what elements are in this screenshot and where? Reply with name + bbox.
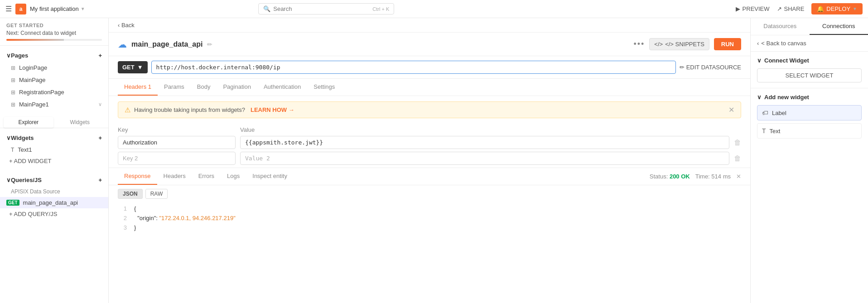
connect-widget-section: ∨ Connect Widget SELECT WIDGET xyxy=(751,52,868,88)
code-line-3: 3 } xyxy=(118,223,741,233)
back-bar: ‹ Back xyxy=(109,18,750,33)
time-label: Time: 514 ms xyxy=(695,173,731,180)
search-input[interactable] xyxy=(273,5,370,12)
share-button[interactable]: ↗ SHARE xyxy=(777,5,805,12)
line-num-1: 1 xyxy=(118,204,127,214)
add-widget-section: ∨ Add new widget 🏷 Label T Text xyxy=(751,88,868,147)
run-button[interactable]: RUN xyxy=(714,38,741,50)
queries-add-icon[interactable]: + xyxy=(98,177,102,183)
edit-datasource-button[interactable]: ✏ EDIT DATASOURCE xyxy=(680,64,741,71)
format-raw[interactable]: RAW xyxy=(145,189,168,199)
tab-authentication[interactable]: Authentication xyxy=(257,79,307,96)
value-input-2[interactable] xyxy=(240,152,729,165)
add-widget-header: ∨ Add new widget xyxy=(757,94,862,101)
widgets-add-icon[interactable]: + xyxy=(98,135,102,141)
more-options-button[interactable]: ••• xyxy=(633,39,645,49)
delete-row-2-button[interactable]: 🗑 xyxy=(734,154,741,163)
code-open-brace: { xyxy=(134,204,136,214)
header-row-1: 🗑 xyxy=(118,136,741,149)
add-query-button[interactable]: + ADD QUERY/JS xyxy=(0,208,108,220)
snippets-button[interactable]: </> </> SNIPPETS xyxy=(649,38,709,50)
delete-row-1-button[interactable]: 🗑 xyxy=(734,139,741,147)
sidebar-item-mainpage1[interactable]: ⊞ MainPage1 ∨ xyxy=(0,98,108,111)
datasource-label: APISIX Data Source xyxy=(0,186,108,197)
page-icon: ⊞ xyxy=(11,89,15,96)
format-json[interactable]: JSON xyxy=(118,189,143,199)
sidebar-item-loginpage[interactable]: ⊞ LoginPage xyxy=(0,62,108,74)
code-line-1: 1 { xyxy=(118,204,741,214)
widget-text-item[interactable]: T Text xyxy=(757,123,862,139)
tab-response-headers[interactable]: Headers xyxy=(157,168,192,185)
tab-response[interactable]: Response xyxy=(118,168,157,185)
learn-how-link[interactable]: LEARN HOW → xyxy=(251,106,294,113)
value-column-header: Value xyxy=(240,126,255,133)
select-widget-button[interactable]: SELECT WIDGET xyxy=(757,68,862,82)
status-label: Status: 200 OK xyxy=(650,173,690,180)
tab-inspect-entity[interactable]: Inspect entity xyxy=(246,168,294,185)
response-area: Response Headers Errors Logs Inspect ent… xyxy=(109,168,750,237)
deploy-button[interactable]: 🔔 DEPLOY ▼ xyxy=(811,3,863,14)
tab-logs[interactable]: Logs xyxy=(221,168,246,185)
key-input-2[interactable] xyxy=(118,152,236,165)
time-value: 514 ms xyxy=(711,173,731,180)
pages-header[interactable]: ∨ Pages + xyxy=(0,49,108,62)
back-button[interactable]: ‹ Back xyxy=(118,22,135,29)
main-layout: GET STARTED Next: Connect data to widget… xyxy=(0,18,868,303)
app-name-chevron[interactable]: ▼ xyxy=(81,6,85,11)
method-dropdown[interactable]: GET ▼ xyxy=(118,61,148,73)
queries-chevron: ∨ xyxy=(6,177,11,183)
key-input-1[interactable] xyxy=(118,136,236,149)
status-value: 200 OK xyxy=(670,173,690,180)
preview-button[interactable]: ▶ PREVIEW xyxy=(736,5,770,12)
widgets-header[interactable]: ∨ Widgets + xyxy=(0,132,108,144)
app-logo: a xyxy=(15,4,26,14)
tab-params[interactable]: Params xyxy=(158,79,191,96)
top-nav: ☰ a My first application ▼ 🔍 Ctrl + K ▶ … xyxy=(0,0,868,18)
sidebar-item-mainpage[interactable]: ⊞ MainPage xyxy=(0,74,108,86)
tab-pagination[interactable]: Pagination xyxy=(217,79,257,96)
pages-add-icon[interactable]: + xyxy=(98,52,102,59)
close-warning-button[interactable]: ✕ xyxy=(728,106,734,114)
deploy-icon: 🔔 xyxy=(817,5,824,12)
preview-icon: ▶ xyxy=(736,5,740,12)
right-sidebar-tabs: Datasources Connections xyxy=(751,18,868,35)
search-shortcut: Ctrl + K xyxy=(372,6,389,12)
connect-widget-chevron: ∨ xyxy=(757,57,762,64)
tab-body[interactable]: Body xyxy=(191,79,217,96)
text-widget-icon: T xyxy=(11,147,14,153)
hamburger-icon[interactable]: ☰ xyxy=(5,5,12,13)
code-origin-value: "172.24.0.1, 94.246.217.219" xyxy=(159,215,235,221)
tab-connections[interactable]: Connections xyxy=(810,18,868,35)
right-sidebar: Datasources Connections ‹ < Back to canv… xyxy=(750,18,868,303)
widget-text1[interactable]: T Text1 xyxy=(0,144,108,155)
search-bar[interactable]: 🔍 Ctrl + K xyxy=(258,3,394,14)
query-area: ‹ Back ☁ main_page_data_api ✏ ••• </> </… xyxy=(109,18,750,303)
value-input-1[interactable] xyxy=(240,136,729,149)
tab-settings[interactable]: Settings xyxy=(307,79,341,96)
get-badge: GET xyxy=(6,200,19,206)
queries-header[interactable]: ∨ Queries/JS + xyxy=(0,174,108,186)
header-row-2: 🗑 xyxy=(118,152,741,165)
tab-headers[interactable]: Headers 1 xyxy=(118,79,158,96)
progress-bar xyxy=(6,39,102,41)
tab-explorer[interactable]: Explorer xyxy=(4,117,53,128)
get-started-section: GET STARTED Next: Connect data to widget xyxy=(0,18,108,46)
tab-errors[interactable]: Errors xyxy=(192,168,221,185)
top-nav-left: ☰ a My first application ▼ xyxy=(5,4,85,14)
edit-name-icon[interactable]: ✏ xyxy=(207,41,212,48)
sidebar-item-registrationpage[interactable]: ⊞ RegistrationPage xyxy=(0,86,108,98)
response-tabs: Response Headers Errors Logs Inspect ent… xyxy=(118,168,294,185)
top-nav-right: ▶ PREVIEW ↗ SHARE 🔔 DEPLOY ▼ xyxy=(736,3,863,14)
line-num-2: 2 xyxy=(118,214,127,223)
tab-datasources[interactable]: Datasources xyxy=(751,18,810,35)
center-content: ‹ Back ☁ main_page_data_api ✏ ••• </> </… xyxy=(109,18,750,303)
back-arrow-icon: ‹ xyxy=(757,40,759,47)
widget-label-item[interactable]: 🏷 Label xyxy=(757,105,862,120)
url-input[interactable] xyxy=(151,61,676,74)
add-widget-button[interactable]: + ADD WIDGET xyxy=(0,155,108,167)
tab-widgets[interactable]: Widgets xyxy=(55,117,105,128)
page-icon: ⊞ xyxy=(11,77,15,83)
back-to-canvas-button[interactable]: ‹ < Back to canvas xyxy=(751,35,868,52)
query-main-page-data-api[interactable]: GET main_page_data_api xyxy=(0,197,108,208)
close-response-button[interactable]: ✕ xyxy=(736,173,741,180)
